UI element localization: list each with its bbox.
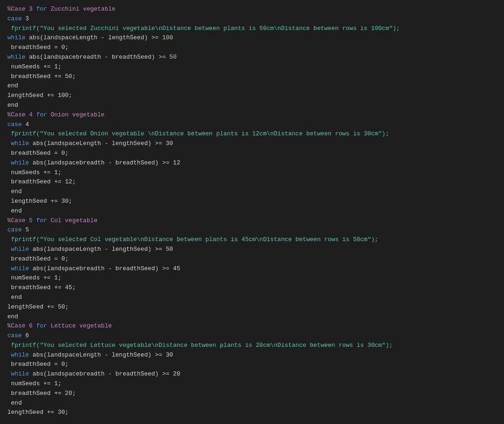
code-line: end [7,293,497,303]
code-token: breadthSeed += 50; [7,73,76,80]
code-token: case [7,226,22,233]
code-token: breadthSeed = 0; [7,361,69,368]
code-line: numSeeds += 1; [7,62,497,72]
code-token: Onion vegetable [47,111,105,118]
code-line: case 3 [7,14,497,24]
code-token: abs(landspacebreadth - breadthSeed) >= 2… [29,370,180,377]
code-token: abs(landspacebreadth - breadthSeed) [25,54,159,61]
code-token: while [7,34,25,41]
code-line: numSeeds += 1; [7,168,497,178]
code-line: lengthSeed += 50; [7,303,497,312]
code-token: end [7,82,18,89]
code-token: 5 [22,226,29,233]
code-token: numSeeds += 1; [7,380,61,387]
code-token: lengthSeed += 30; [7,198,72,205]
code-token: 100 [159,34,173,41]
code-token: >= [151,34,159,41]
code-token: while [7,370,29,377]
code-token: lengthSeed += 50; [7,303,69,310]
code-token: 6 [22,332,29,339]
code-token: 4 [22,121,29,128]
code-token: fprintf("You selected Lettuce vegetable\… [7,342,393,349]
code-token: breadthSeed = 0; [7,150,69,157]
code-token: breadthSeed = 0; [7,44,69,51]
code-line: while abs(landspacebreadth - breadthSeed… [7,158,497,168]
code-token: Col vegetable [47,217,97,224]
code-token: breadthSeed = 0; [7,255,69,262]
code-token: %Case 5 [7,217,36,224]
code-token: fprintf("You selected Zucchini vegetable… [7,25,400,32]
code-token: numSeeds += 1; [7,63,61,70]
code-line: end [7,101,497,110]
code-token: abs(landspaceLength - lengthSeed) >= 30 [29,140,173,147]
code-token: end [7,188,22,195]
code-token: fprintf("You selected Onion vegetable \n… [7,130,389,137]
code-token: for [36,6,47,12]
code-editor: %Case 3 for Zucchini vegetablecase 3 fpr… [7,5,497,418]
code-line: breadthSeed += 50; [7,72,497,82]
code-token: abs(landspaceLength - lengthSeed) >= 30 [29,351,173,358]
code-line: end [7,399,497,408]
code-token: breadthSeed += 45; [7,284,76,291]
code-line: case 5 [7,225,497,235]
code-token: >= [159,54,166,61]
code-token: end [7,102,18,109]
code-line: fprintf("You selected Zucchini vegetable… [7,24,497,34]
code-line: fprintf("You selected Col vegetable\nDis… [7,235,497,245]
code-token: while [7,351,29,358]
code-line: breadthSeed = 0; [7,43,497,53]
code-token: while [7,265,29,272]
code-line: end [7,312,497,322]
code-token: end [7,313,18,320]
code-token: lengthSeed += 30; [7,409,69,416]
code-token: breadthSeed += 20; [7,390,76,397]
code-line: numSeeds += 1; [7,273,497,283]
code-token: end [7,207,22,214]
code-token: while [7,140,29,147]
code-line: breadthSeed += 12; [7,177,497,187]
code-token: while [7,246,29,253]
code-line: while abs(landspaceLength - lengthSeed) … [7,351,497,360]
code-token: while [7,159,29,166]
code-line: breadthSeed = 0; [7,254,497,264]
code-token: fprintf("You selected Col vegetable\nDis… [7,236,378,243]
code-line: case 6 [7,331,497,341]
code-line: breadthSeed += 20; [7,389,497,399]
code-token: case [7,121,22,128]
code-token: Zucchini vegetable [47,6,115,12]
code-line: %Case 3 for Zucchini vegetable [7,5,497,14]
code-token: 3 [22,15,29,22]
code-token: for [36,217,47,224]
code-token: abs(landspacebreadth - breadthSeed) >= 4… [29,265,180,272]
code-token: while [7,54,25,61]
code-line: %Case 4 for Onion vegetable [7,110,497,120]
code-token: %Case 3 [7,6,36,12]
code-token: abs(landspaceLength - lengthSeed) >= 50 [29,246,173,253]
code-line: lengthSeed += 30; [7,197,497,206]
code-line: breadthSeed += 45; [7,283,497,293]
code-line: %Case 5 for Col vegetable [7,216,497,226]
code-token: %Case 4 [7,111,36,118]
code-token: abs(landspacebreadth - breadthSeed) >= 1… [29,159,180,166]
code-token: breadthSeed += 12; [7,178,76,185]
code-line: fprintf("You selected Onion vegetable \n… [7,129,497,139]
code-line: fprintf("You selected Lettuce vegetable\… [7,341,497,351]
code-line: while abs(landspacebreadth - breadthSeed… [7,264,497,274]
code-token: 50 [166,54,176,61]
code-line: while abs(landspacebreadth - breadthSeed… [7,53,497,62]
code-line: breadthSeed = 0; [7,360,497,369]
code-line: while abs(landspaceLength - lengthSeed) … [7,33,497,43]
code-token: numSeeds += 1; [7,274,61,281]
code-token: for [36,111,47,118]
code-line: lengthSeed += 100; [7,91,497,101]
code-token: %Case 6 [7,322,36,329]
code-line: lengthSeed += 30; [7,408,497,418]
code-line: case 4 [7,120,497,130]
code-line: end [7,206,497,216]
code-token: abs(landspaceLength - lengthSeed) [25,34,151,41]
code-line: numSeeds += 1; [7,379,497,389]
code-token: Lettuce vegetable [47,322,112,329]
code-line: %Case 6 for Lettuce vegetable [7,321,497,331]
code-token: for [36,322,47,329]
code-token: numSeeds += 1; [7,169,61,176]
